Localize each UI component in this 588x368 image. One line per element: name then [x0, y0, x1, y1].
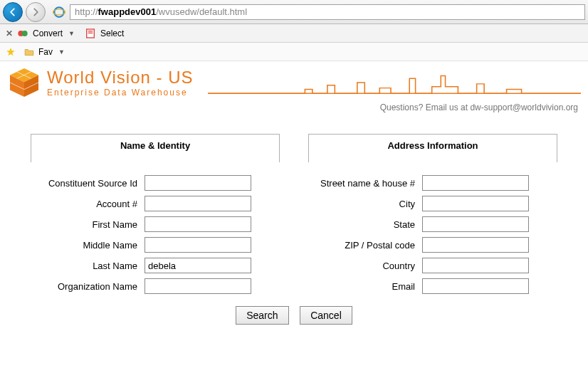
brand-title: World Vision - US: [47, 68, 194, 88]
url-protocol: http://: [75, 6, 98, 17]
label-account: Account #: [31, 199, 145, 209]
label-zip: ZIP / Postal code: [308, 240, 422, 251]
url-host: fwappdev001: [98, 6, 157, 17]
back-button[interactable]: [3, 2, 23, 22]
svg-point-3: [22, 31, 28, 36]
favorites-bar: Fav ▼: [0, 43, 588, 61]
last-name-field[interactable]: [145, 258, 251, 273]
email-field[interactable]: [422, 278, 529, 294]
label-constituent-id: Constituent Source Id: [31, 178, 145, 189]
url-path: /wvusedw/default.html: [156, 6, 247, 17]
org-name-field[interactable]: [145, 278, 251, 294]
section-address: Address Information: [308, 134, 557, 162]
label-state: State: [308, 219, 422, 230]
label-org-name: Organization Name: [31, 281, 145, 292]
support-text: Questions? Email us at dw-support@worldv…: [380, 102, 578, 112]
convert-icon: [17, 28, 28, 39]
label-email: Email: [308, 281, 422, 292]
first-name-field[interactable]: [145, 216, 251, 232]
street-field[interactable]: [422, 175, 529, 191]
label-country: Country: [308, 261, 422, 271]
zip-field[interactable]: [422, 237, 529, 253]
pdf-toolbar: ✕ Convert ▼ Select: [0, 24, 588, 43]
section-name-identity: Name & Identity: [31, 134, 280, 162]
add-favorite-icon[interactable]: [6, 47, 16, 57]
search-form: Name & Identity Constituent Source Id Ac…: [0, 134, 588, 299]
label-last-name: Last Name: [31, 261, 145, 271]
svg-rect-5: [88, 31, 93, 31]
brand-subtitle: Enterprise Data Warehouse: [47, 88, 194, 98]
state-field[interactable]: [422, 216, 529, 232]
middle-name-field[interactable]: [145, 237, 251, 253]
url-bar[interactable]: http://fwappdev001/wvusedw/default.html: [70, 4, 585, 20]
cancel-button[interactable]: Cancel: [300, 306, 352, 325]
convert-dropdown-icon[interactable]: ▼: [68, 30, 75, 37]
label-city: City: [308, 199, 422, 209]
close-toolbar-icon[interactable]: ✕: [6, 28, 13, 38]
fav-folder[interactable]: Fav: [38, 47, 53, 57]
fav-dropdown-icon[interactable]: ▼: [58, 48, 65, 56]
city-field[interactable]: [422, 196, 529, 211]
svg-rect-6: [88, 32, 93, 33]
label-first-name: First Name: [31, 219, 145, 230]
browser-nav-bar: http://fwappdev001/wvusedw/default.html: [0, 0, 588, 24]
skyline-graphic: [208, 69, 581, 96]
convert-button[interactable]: Convert: [33, 28, 63, 38]
forward-button[interactable]: [26, 2, 46, 22]
country-field[interactable]: [422, 258, 529, 273]
svg-marker-7: [6, 48, 15, 56]
label-street: Street name & house #: [308, 178, 422, 189]
account-field[interactable]: [145, 196, 251, 211]
label-middle-name: Middle Name: [31, 240, 145, 251]
search-button[interactable]: Search: [236, 306, 288, 325]
constituent-id-field[interactable]: [145, 175, 251, 191]
select-icon: [85, 28, 96, 39]
folder-icon: [24, 47, 34, 57]
cube-logo-icon: [7, 65, 41, 100]
page-header: World Vision - US Enterprise Data Wareho…: [0, 61, 588, 100]
ie-logo-icon: [53, 6, 65, 19]
select-button[interactable]: Select: [100, 28, 124, 38]
svg-point-0: [54, 7, 64, 17]
